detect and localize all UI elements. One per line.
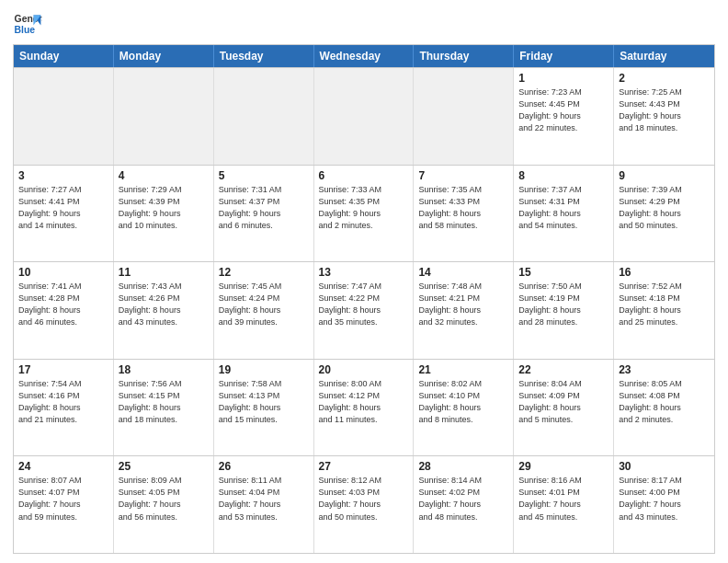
day-info: Sunrise: 7:27 AM Sunset: 4:41 PM Dayligh… [18, 184, 108, 232]
day-info: Sunrise: 8:17 AM Sunset: 4:00 PM Dayligh… [619, 475, 710, 523]
day-cell: 9Sunrise: 7:39 AM Sunset: 4:29 PM Daylig… [614, 166, 714, 262]
day-cell: 10Sunrise: 7:41 AM Sunset: 4:28 PM Dayli… [14, 262, 114, 359]
day-info: Sunrise: 8:14 AM Sunset: 4:02 PM Dayligh… [418, 475, 508, 523]
day-info: Sunrise: 7:31 AM Sunset: 4:37 PM Dayligh… [219, 184, 309, 232]
day-cell: 15Sunrise: 7:50 AM Sunset: 4:19 PM Dayli… [514, 262, 614, 359]
day-cell: 13Sunrise: 7:47 AM Sunset: 4:22 PM Dayli… [314, 262, 415, 359]
day-cell: 16Sunrise: 7:52 AM Sunset: 4:18 PM Dayli… [614, 262, 714, 359]
day-info: Sunrise: 8:11 AM Sunset: 4:04 PM Dayligh… [219, 475, 309, 523]
day-info: Sunrise: 8:16 AM Sunset: 4:01 PM Dayligh… [518, 475, 609, 523]
day-number: 27 [319, 460, 409, 473]
weekday-header-monday: Monday [114, 45, 214, 67]
day-cell: 17Sunrise: 7:54 AM Sunset: 4:16 PM Dayli… [14, 360, 114, 456]
day-info: Sunrise: 7:37 AM Sunset: 4:31 PM Dayligh… [518, 184, 609, 232]
day-number: 4 [119, 169, 209, 182]
day-number: 13 [319, 266, 409, 279]
day-number: 16 [619, 266, 710, 279]
logo: General Blue [13, 9, 42, 39]
day-cell: 6Sunrise: 7:33 AM Sunset: 4:35 PM Daylig… [314, 166, 415, 262]
day-info: Sunrise: 8:02 AM Sunset: 4:10 PM Dayligh… [418, 378, 508, 426]
day-cell [114, 68, 214, 165]
day-info: Sunrise: 7:39 AM Sunset: 4:29 PM Dayligh… [619, 184, 710, 232]
week-row-2: 3Sunrise: 7:27 AM Sunset: 4:41 PM Daylig… [14, 165, 714, 262]
day-cell: 24Sunrise: 8:07 AM Sunset: 4:07 PM Dayli… [14, 456, 114, 553]
day-info: Sunrise: 8:07 AM Sunset: 4:07 PM Dayligh… [18, 475, 108, 523]
day-info: Sunrise: 7:29 AM Sunset: 4:39 PM Dayligh… [119, 184, 209, 232]
day-info: Sunrise: 8:05 AM Sunset: 4:08 PM Dayligh… [619, 378, 710, 426]
day-cell: 3Sunrise: 7:27 AM Sunset: 4:41 PM Daylig… [14, 166, 114, 262]
day-number: 2 [619, 72, 710, 85]
day-info: Sunrise: 7:48 AM Sunset: 4:21 PM Dayligh… [418, 281, 508, 328]
day-cell: 25Sunrise: 8:09 AM Sunset: 4:05 PM Dayli… [114, 456, 214, 553]
day-cell: 30Sunrise: 8:17 AM Sunset: 4:00 PM Dayli… [614, 456, 714, 553]
day-cell: 8Sunrise: 7:37 AM Sunset: 4:31 PM Daylig… [514, 166, 614, 262]
weekday-header-tuesday: Tuesday [214, 45, 314, 67]
day-cell [314, 68, 415, 165]
day-number: 6 [319, 169, 409, 182]
day-number: 10 [18, 266, 108, 279]
weekday-header-saturday: Saturday [614, 45, 714, 67]
day-cell [414, 68, 514, 165]
day-cell: 18Sunrise: 7:56 AM Sunset: 4:15 PM Dayli… [114, 360, 214, 456]
day-number: 22 [518, 363, 609, 376]
weekday-header-sunday: Sunday [14, 45, 114, 67]
day-number: 26 [219, 460, 309, 473]
day-info: Sunrise: 8:00 AM Sunset: 4:12 PM Dayligh… [319, 378, 409, 426]
day-number: 11 [119, 266, 209, 279]
day-number: 23 [619, 363, 710, 376]
day-info: Sunrise: 7:56 AM Sunset: 4:15 PM Dayligh… [119, 378, 209, 426]
svg-text:Blue: Blue [15, 25, 36, 35]
day-number: 29 [518, 460, 609, 473]
day-number: 8 [518, 169, 609, 182]
day-cell: 20Sunrise: 8:00 AM Sunset: 4:12 PM Dayli… [314, 360, 415, 456]
day-cell: 14Sunrise: 7:48 AM Sunset: 4:21 PM Dayli… [414, 262, 514, 359]
day-number: 5 [219, 169, 309, 182]
day-number: 30 [619, 460, 710, 473]
day-number: 12 [219, 266, 309, 279]
day-info: Sunrise: 7:47 AM Sunset: 4:22 PM Dayligh… [319, 281, 409, 328]
day-number: 1 [518, 72, 609, 85]
day-info: Sunrise: 7:52 AM Sunset: 4:18 PM Dayligh… [619, 281, 710, 328]
calendar: SundayMondayTuesdayWednesdayThursdayFrid… [13, 44, 715, 554]
day-cell: 19Sunrise: 7:58 AM Sunset: 4:13 PM Dayli… [214, 360, 314, 456]
day-info: Sunrise: 7:43 AM Sunset: 4:26 PM Dayligh… [119, 281, 209, 328]
weekday-header-wednesday: Wednesday [314, 45, 415, 67]
day-info: Sunrise: 7:35 AM Sunset: 4:33 PM Dayligh… [418, 184, 508, 232]
day-number: 18 [119, 363, 209, 376]
day-info: Sunrise: 7:25 AM Sunset: 4:43 PM Dayligh… [619, 86, 710, 134]
day-number: 25 [119, 460, 209, 473]
day-cell: 29Sunrise: 8:16 AM Sunset: 4:01 PM Dayli… [514, 456, 614, 553]
day-number: 24 [18, 460, 108, 473]
day-cell [214, 68, 314, 165]
day-number: 19 [219, 363, 309, 376]
day-cell: 22Sunrise: 8:04 AM Sunset: 4:09 PM Dayli… [514, 360, 614, 456]
day-cell: 11Sunrise: 7:43 AM Sunset: 4:26 PM Dayli… [114, 262, 214, 359]
calendar-body: 1Sunrise: 7:23 AM Sunset: 4:45 PM Daylig… [14, 67, 714, 553]
day-info: Sunrise: 7:41 AM Sunset: 4:28 PM Dayligh… [18, 281, 108, 328]
day-info: Sunrise: 8:04 AM Sunset: 4:09 PM Dayligh… [518, 378, 609, 426]
day-number: 17 [18, 363, 108, 376]
calendar-header: SundayMondayTuesdayWednesdayThursdayFrid… [14, 45, 714, 67]
day-cell: 2Sunrise: 7:25 AM Sunset: 4:43 PM Daylig… [614, 68, 714, 165]
day-cell: 7Sunrise: 7:35 AM Sunset: 4:33 PM Daylig… [414, 166, 514, 262]
day-cell: 23Sunrise: 8:05 AM Sunset: 4:08 PM Dayli… [614, 360, 714, 456]
day-info: Sunrise: 7:50 AM Sunset: 4:19 PM Dayligh… [518, 281, 609, 328]
logo-icon: General Blue [13, 9, 42, 39]
day-info: Sunrise: 8:09 AM Sunset: 4:05 PM Dayligh… [119, 475, 209, 523]
week-row-3: 10Sunrise: 7:41 AM Sunset: 4:28 PM Dayli… [14, 261, 714, 359]
day-cell: 21Sunrise: 8:02 AM Sunset: 4:10 PM Dayli… [414, 360, 514, 456]
day-cell [14, 68, 114, 165]
day-number: 14 [418, 266, 508, 279]
weekday-header-thursday: Thursday [414, 45, 514, 67]
day-cell: 12Sunrise: 7:45 AM Sunset: 4:24 PM Dayli… [214, 262, 314, 359]
day-number: 9 [619, 169, 710, 182]
day-cell: 26Sunrise: 8:11 AM Sunset: 4:04 PM Dayli… [214, 456, 314, 553]
day-info: Sunrise: 7:58 AM Sunset: 4:13 PM Dayligh… [219, 378, 309, 426]
page-header: General Blue [13, 9, 715, 39]
day-number: 7 [418, 169, 508, 182]
day-info: Sunrise: 7:54 AM Sunset: 4:16 PM Dayligh… [18, 378, 108, 426]
week-row-4: 17Sunrise: 7:54 AM Sunset: 4:16 PM Dayli… [14, 359, 714, 456]
day-info: Sunrise: 7:45 AM Sunset: 4:24 PM Dayligh… [219, 281, 309, 328]
day-number: 21 [418, 363, 508, 376]
day-cell: 4Sunrise: 7:29 AM Sunset: 4:39 PM Daylig… [114, 166, 214, 262]
